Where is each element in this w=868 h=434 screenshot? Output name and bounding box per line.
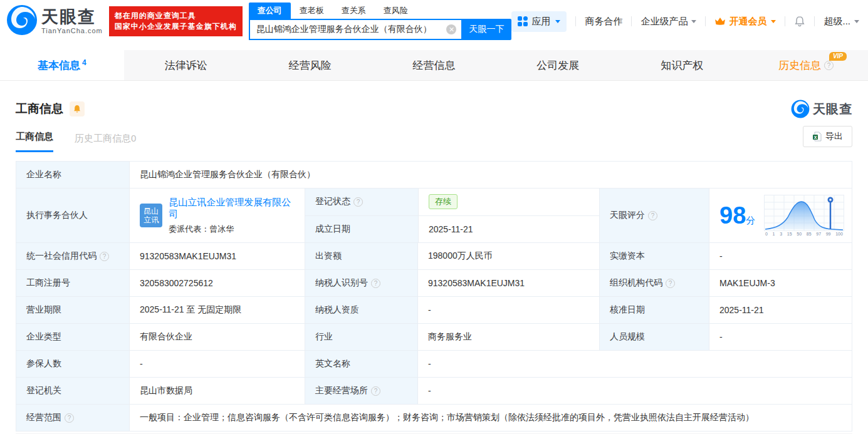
table-subrow: 成立日期 2025-11-21: [305, 215, 599, 243]
staff-size-label: 人员规模: [599, 324, 709, 350]
help-icon[interactable]: ?: [353, 197, 363, 207]
english-name-label: 英文名称: [305, 351, 417, 377]
help-icon[interactable]: ?: [371, 386, 380, 396]
table-row: 执行事务合伙人 昆山 立讯 昆山立讯企业管理发展有限公司 委派代表：曾冰华: [16, 189, 852, 243]
search-tab-company[interactable]: 查公司: [249, 3, 291, 19]
score-distribution-chart: 01 315 5085 9799 100: [764, 195, 844, 236]
reg-status-value: 存续: [418, 189, 599, 215]
enterprise-label: 企业级产品: [641, 16, 688, 28]
subscribe-bell-button[interactable]: [70, 101, 85, 116]
business-place-value: -: [417, 378, 852, 404]
status-date-subgrid: 登记状态? 存续 成立日期 2025-11-21: [305, 189, 599, 242]
chart-x-ticks: 01 315 5085 9799 100: [764, 231, 844, 236]
page: 天眼查 TianYanCha.com 都在用的商业查询工具 国家中小企业发展子基…: [0, 0, 868, 434]
promo-banner: 都在用的商业查询工具 国家中小企业发展子基金旗下机构: [109, 6, 243, 36]
export-button[interactable]: X 导出: [803, 126, 852, 147]
chevron-down-icon: [854, 20, 859, 23]
chevron-down-icon: [771, 20, 776, 23]
insured-count-value: -: [129, 351, 305, 377]
score-number: 98分: [719, 204, 755, 227]
company-name-value: 昆山锦鸿企业管理服务合伙企业（有限合伙）: [129, 162, 852, 188]
tab-label: 法律诉讼: [165, 58, 207, 73]
tab-label: 历史信息: [778, 58, 821, 73]
divider: [631, 16, 632, 26]
avatar-text: 昆山: [144, 207, 159, 215]
business-term-value: 2025-11-21 至 无固定期限: [129, 297, 305, 323]
table-row: 统一社会信用代码? 91320583MAK1EUJM31 出资额 198000万…: [16, 243, 852, 270]
search-block: 查公司 查老板 查关系 查风险 ✕ 天眼一下: [249, 3, 512, 40]
business-place-label: 主要经营场所?: [305, 378, 417, 404]
search-button[interactable]: 天眼一下: [461, 19, 511, 40]
watermark-text: 天眼查: [813, 101, 852, 118]
subtab-history-business-info[interactable]: 历史工商信息0: [75, 133, 136, 152]
section-title: 工商信息: [16, 101, 63, 117]
help-icon[interactable]: ?: [65, 413, 74, 423]
table-row: 企业名称 昆山锦鸿企业管理服务合伙企业（有限合伙）: [16, 162, 852, 189]
logo-text: 天眼查 TianYanCha.com: [41, 9, 103, 34]
tab-operation-risk[interactable]: 经营风险: [248, 50, 372, 80]
menu-super-vip[interactable]: 超级...: [824, 16, 859, 28]
search-input[interactable]: [256, 24, 443, 34]
table-row: 工商注册号 320583002725612 纳税人识别号? 91320583MA…: [16, 270, 852, 297]
business-info-section: 工商信息 天眼查 工商信息 历史工商信息0: [0, 100, 868, 434]
credit-code-value: 91320583MAK1EUJM31: [129, 243, 305, 269]
menu-cooperation[interactable]: 商务合作: [585, 16, 622, 28]
tab-company-development[interactable]: 公司发展: [496, 50, 620, 80]
business-term-label: 营业期限: [16, 297, 129, 323]
partner-avatar[interactable]: 昆山 立讯: [140, 204, 162, 227]
menu-enterprise-products[interactable]: 企业级产品: [641, 16, 696, 28]
clear-search-icon[interactable]: ✕: [446, 24, 456, 34]
english-name-value: -: [417, 351, 852, 377]
search-input-wrap: ✕: [249, 19, 462, 40]
tab-label: 基本信息: [38, 58, 80, 73]
insured-count-label: 参保人数: [16, 351, 129, 377]
chevron-down-icon: [555, 20, 560, 23]
tab-history-info[interactable]: VIP 历史信息 ?: [744, 50, 868, 80]
partner-company-link[interactable]: 昆山立讯企业管理发展有限公司: [169, 197, 295, 220]
search-tab-relation[interactable]: 查关系: [333, 3, 375, 19]
tab-operation-info[interactable]: 经营信息: [372, 50, 496, 80]
search-tab-risk[interactable]: 查风险: [375, 3, 417, 19]
table-subrow: 登记状态? 存续: [305, 189, 599, 215]
tab-intellectual-property[interactable]: 知识产权: [620, 50, 744, 80]
staff-size-value: -: [709, 324, 852, 350]
super-vip-label: 超级...: [824, 16, 850, 28]
search-tab-boss[interactable]: 查老板: [291, 3, 333, 19]
table-row: 经营范围? 一般项目：企业管理；信息咨询服务（不含许可类信息咨询服务）；财务咨询…: [16, 405, 852, 431]
tab-legal-proceedings[interactable]: 法律诉讼: [124, 50, 248, 80]
help-icon[interactable]: ?: [666, 279, 675, 288]
excel-icon: X: [812, 132, 822, 142]
help-icon[interactable]: ?: [648, 211, 657, 220]
company-nav-tabs: 基本信息 4 法律诉讼 经营风险 经营信息 公司发展 知识产权 VIP 历史信息…: [0, 50, 868, 81]
business-scope-value: 一般项目：企业管理；信息咨询服务（不含许可类信息咨询服务）；财务咨询；市场营销策…: [129, 405, 852, 431]
svg-text:X: X: [814, 135, 817, 140]
approval-date-label: 核准日期: [599, 297, 709, 323]
tianyan-score-value: 98分: [709, 189, 852, 242]
notification-bell-icon[interactable]: [794, 16, 805, 27]
subtab-business-info[interactable]: 工商信息: [16, 131, 53, 152]
section-header: 工商信息 天眼查: [16, 100, 852, 118]
reg-status-label: 登记状态?: [305, 189, 418, 215]
tianyancha-swirl-icon: [6, 4, 38, 38]
capital-label: 出资额: [305, 243, 417, 269]
tianyan-score-label: 天眼评分?: [599, 189, 709, 242]
top-header: 天眼查 TianYanCha.com 都在用的商业查询工具 国家中小企业发展子基…: [0, 0, 868, 43]
open-vip-menu[interactable]: 开通会员: [714, 16, 776, 28]
help-icon[interactable]: ?: [371, 279, 380, 288]
help-icon[interactable]: ?: [100, 252, 109, 261]
tab-basic-info[interactable]: 基本信息 4: [0, 50, 124, 80]
apps-menu[interactable]: 应用: [511, 11, 567, 32]
crown-icon: [714, 17, 726, 26]
help-icon[interactable]: ?: [824, 61, 834, 70]
divider: [814, 16, 815, 26]
table-row: 参保人数 - 英文名称 -: [16, 351, 852, 378]
bell-icon: [73, 105, 81, 113]
tab-label: 经营信息: [413, 58, 456, 73]
business-info-table: 企业名称 昆山锦鸿企业管理服务合伙企业（有限合伙） 执行事务合伙人 昆山 立讯: [16, 161, 852, 431]
reg-authority-value: 昆山市数据局: [129, 378, 305, 404]
tianyancha-logo[interactable]: 天眼查 TianYanCha.com: [6, 4, 103, 38]
promo-line2: 国家中小企业发展子基金旗下机构: [115, 21, 237, 32]
taxpayer-id-value: 91320583MAK1EUJM31: [417, 270, 599, 296]
tab-count: 4: [82, 58, 86, 67]
search-tabs: 查公司 查老板 查关系 查风险: [249, 3, 512, 19]
